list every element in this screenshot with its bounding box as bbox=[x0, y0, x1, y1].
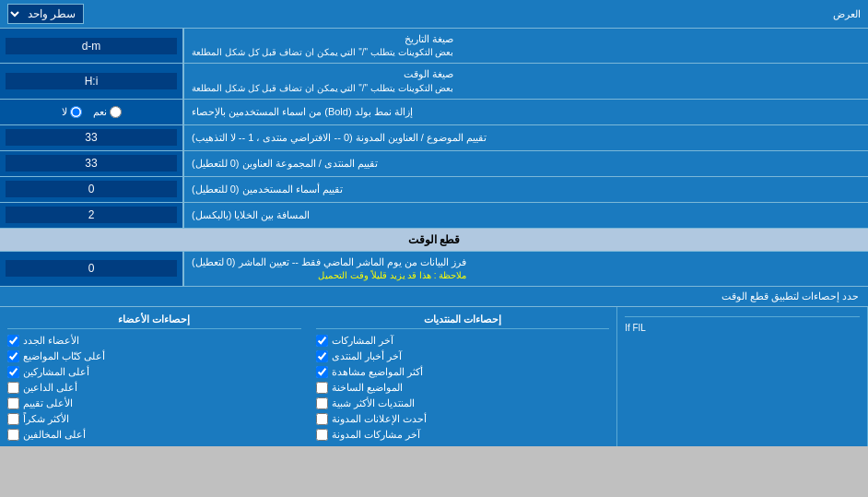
forum-stat-1-checkbox[interactable] bbox=[316, 350, 328, 362]
date-format-row: صيغة التاريخ بعض التكوينات يتطلب "/" الت… bbox=[0, 29, 868, 64]
member-stat-5: الأكثر شكراً bbox=[7, 411, 301, 427]
empty-col: If FIL bbox=[617, 307, 868, 446]
forum-group-sort-row: تقييم المنتدى / المجموعة العناوين (0 للت… bbox=[0, 151, 868, 177]
time-format-label: صيغة الوقت بعض التكوينات يتطلب "/" التي … bbox=[184, 64, 868, 98]
users-sort-input[interactable] bbox=[6, 181, 177, 197]
member-stat-6: أعلى المخالفين bbox=[7, 427, 301, 443]
forum-sort-input-wrapper[interactable] bbox=[0, 125, 184, 150]
member-stats-col: إحصاءات الأعضاء الأعضاء الجدد أعلى كتّاب… bbox=[0, 307, 309, 446]
forum-stat-2-checkbox[interactable] bbox=[316, 366, 328, 378]
time-cut-row: فرز البيانات من يوم الماشر الماضي فقط --… bbox=[0, 252, 868, 287]
forum-stat-5: أحدث الإعلانات المدونة bbox=[316, 411, 610, 427]
forum-stat-1: آخر أخبار المنتدى bbox=[316, 349, 610, 364]
time-format-input-wrapper[interactable] bbox=[0, 64, 184, 98]
member-stat-0: الأعضاء الجدد bbox=[7, 333, 301, 349]
forum-stats-col: إحصاءات المنتديات آخر المشاركات آخر أخبا… bbox=[309, 307, 618, 446]
cell-distance-row: المسافة بين الخلايا (بالبكسل) bbox=[0, 203, 868, 229]
forum-sort-label: تقييم الموضوع / العناوين المدونة (0 -- ا… bbox=[184, 125, 868, 150]
bold-remove-no-text: لا bbox=[62, 106, 67, 118]
forum-sort-row: تقييم الموضوع / العناوين المدونة (0 -- ا… bbox=[0, 125, 868, 151]
forum-stat-3: المواضيع الساخنة bbox=[316, 380, 610, 396]
member-stat-4-checkbox[interactable] bbox=[7, 397, 19, 409]
forum-stat-0-checkbox[interactable] bbox=[316, 335, 328, 347]
member-stat-3-checkbox[interactable] bbox=[7, 382, 19, 394]
time-cut-input-wrapper[interactable] bbox=[0, 252, 184, 286]
forum-stat-5-checkbox[interactable] bbox=[316, 413, 328, 425]
date-format-label: صيغة التاريخ بعض التكوينات يتطلب "/" الت… bbox=[184, 29, 868, 63]
forum-stat-4-checkbox[interactable] bbox=[316, 397, 328, 409]
member-stat-0-checkbox[interactable] bbox=[7, 335, 19, 347]
time-cut-section-header: قطع الوقت bbox=[0, 229, 868, 252]
display-row: العرض سطر واحد bbox=[0, 0, 868, 29]
forum-stat-3-checkbox[interactable] bbox=[316, 382, 328, 394]
member-stat-5-checkbox[interactable] bbox=[7, 413, 19, 425]
time-format-row: صيغة الوقت بعض التكوينات يتطلب "/" التي … bbox=[0, 64, 868, 99]
bold-remove-yes-radio[interactable] bbox=[110, 106, 122, 118]
forum-sort-input[interactable] bbox=[6, 129, 177, 146]
forum-stat-2: أكثر المواضيع مشاهدة bbox=[316, 364, 610, 380]
cell-distance-input-wrapper[interactable] bbox=[0, 203, 184, 228]
bold-remove-no-label[interactable]: لا bbox=[62, 106, 82, 118]
bold-remove-row: إزالة نمط بولد (Bold) من اسماء المستخدمي… bbox=[0, 100, 868, 125]
users-sort-label: تقييم أسماء المستخدمين (0 للتعطيل) bbox=[184, 177, 868, 202]
forum-stat-4: المنتديات الأكثر شبية bbox=[316, 396, 610, 411]
display-select[interactable]: سطر واحد bbox=[7, 4, 84, 24]
empty-header bbox=[625, 311, 860, 317]
member-stat-3: أعلى الداعين bbox=[7, 380, 301, 396]
users-sort-input-wrapper[interactable] bbox=[0, 177, 184, 202]
forum-stat-6: آخر مشاركات المدونة bbox=[316, 427, 610, 443]
bold-remove-label: إزالة نمط بولد (Bold) من اسماء المستخدمي… bbox=[184, 100, 868, 124]
forum-stat-6-checkbox[interactable] bbox=[316, 429, 328, 441]
member-stat-1-checkbox[interactable] bbox=[7, 350, 19, 362]
if-fil-item: If FIL bbox=[625, 321, 860, 335]
display-select-wrapper[interactable]: سطر واحد bbox=[7, 4, 84, 24]
bold-remove-no-radio[interactable] bbox=[70, 106, 82, 118]
date-format-input[interactable] bbox=[6, 38, 177, 54]
time-format-input[interactable] bbox=[6, 73, 177, 89]
member-stat-4: الأعلى تقييم bbox=[7, 396, 301, 411]
time-cut-label: فرز البيانات من يوم الماشر الماضي فقط --… bbox=[184, 252, 868, 286]
cell-distance-input[interactable] bbox=[6, 207, 177, 223]
member-stat-6-checkbox[interactable] bbox=[7, 429, 19, 441]
member-stat-1: أعلى كتّاب المواضيع bbox=[7, 349, 301, 364]
forum-group-sort-input[interactable] bbox=[6, 155, 177, 172]
display-label: العرض bbox=[84, 8, 861, 20]
checkboxes-container: If FIL إحصاءات المنتديات آخر المشاركات آ… bbox=[0, 307, 868, 446]
member-stat-2-checkbox[interactable] bbox=[7, 366, 19, 378]
bold-remove-radio-group: نعم لا bbox=[54, 103, 129, 121]
forum-stats-header: إحصاءات المنتديات bbox=[316, 311, 610, 329]
cell-distance-label: المسافة بين الخلايا (بالبكسل) bbox=[184, 203, 868, 228]
apply-stats-label: حدد إحصاءات لتطبيق قطع الوقت bbox=[0, 287, 868, 307]
date-format-input-wrapper[interactable] bbox=[0, 29, 184, 63]
forum-stat-0: آخر المشاركات bbox=[316, 333, 610, 349]
users-sort-row: تقييم أسماء المستخدمين (0 للتعطيل) bbox=[0, 177, 868, 203]
bold-remove-yes-text: نعم bbox=[93, 106, 107, 118]
forum-group-sort-label: تقييم المنتدى / المجموعة العناوين (0 للت… bbox=[184, 151, 868, 176]
forum-group-sort-input-wrapper[interactable] bbox=[0, 151, 184, 176]
bold-remove-input-wrapper: نعم لا bbox=[0, 100, 184, 124]
member-stats-header: إحصاءات الأعضاء bbox=[7, 311, 301, 329]
time-cut-input[interactable] bbox=[6, 260, 177, 277]
member-stat-2: أعلى المشاركين bbox=[7, 364, 301, 380]
bold-remove-yes-label[interactable]: نعم bbox=[93, 106, 122, 118]
